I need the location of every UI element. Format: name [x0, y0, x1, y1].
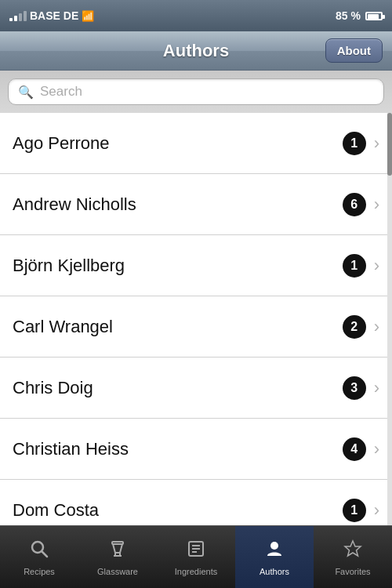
recipes-tab-label: Recipes: [24, 567, 55, 576]
battery-icon: [365, 12, 383, 20]
scrollbar-track[interactable]: [387, 113, 392, 525]
list-item[interactable]: Dom Costa1›: [0, 480, 392, 525]
wifi-icon: 📶: [82, 10, 94, 22]
authors-tab-label: Authors: [260, 567, 289, 576]
list-item[interactable]: Björn Kjellberg1›: [0, 235, 392, 296]
search-container: 🔍: [8, 78, 384, 105]
chevron-right-icon: ›: [374, 500, 379, 521]
favorites-tab-label: Favorites: [335, 567, 370, 576]
ingredients-tab-label: Ingredients: [175, 567, 217, 576]
status-bar: BASE DE 📶 85 %: [0, 0, 392, 31]
svg-rect-2: [112, 542, 123, 544]
chevron-right-icon: ›: [374, 133, 379, 154]
list-item[interactable]: Ago Perrone1›: [0, 113, 392, 174]
chevron-right-icon: ›: [374, 256, 379, 276]
authors-list: Ago Perrone1›Andrew Nicholls6›Björn Kjel…: [0, 113, 392, 525]
authors-tab-icon: [264, 539, 285, 564]
about-button[interactable]: About: [325, 38, 383, 63]
count-badge: 4: [343, 437, 366, 461]
count-badge: 1: [343, 132, 366, 155]
carrier-name: BASE DE: [30, 9, 78, 22]
author-name: Chris Doig: [13, 378, 343, 398]
count-badge: 6: [343, 193, 366, 216]
count-badge: 1: [343, 499, 366, 522]
nav-title: Authors: [163, 41, 229, 61]
author-name: Ago Perrone: [13, 133, 343, 154]
nav-bar: Authors About: [0, 31, 392, 71]
author-name: Andrew Nicholls: [13, 194, 343, 215]
chevron-right-icon: ›: [374, 317, 379, 337]
chevron-right-icon: ›: [374, 194, 379, 215]
tab-ingredients[interactable]: Ingredients: [157, 526, 235, 588]
tab-favorites[interactable]: Favorites: [314, 526, 392, 588]
app: BASE DE 📶 85 % Authors About 🔍 Ago Perro: [0, 0, 392, 588]
count-badge: 2: [343, 315, 366, 339]
svg-point-10: [270, 542, 278, 550]
author-name: Dom Costa: [13, 500, 343, 521]
tab-authors[interactable]: Authors: [235, 526, 314, 588]
favorites-tab-icon: [343, 539, 363, 564]
tab-bar: RecipesGlasswareIngredientsAuthorsFavori…: [0, 525, 392, 588]
recipes-tab-icon: [29, 539, 49, 564]
glassware-tab-label: Glassware: [97, 567, 138, 576]
tab-glassware[interactable]: Glassware: [78, 526, 157, 588]
main-content: 🔍 Ago Perrone1›Andrew Nicholls6›Björn Kj…: [0, 71, 392, 525]
signal-bars: [9, 11, 27, 21]
author-name: Björn Kjellberg: [13, 256, 343, 276]
search-icon: 🔍: [18, 85, 34, 100]
search-input[interactable]: [40, 84, 374, 100]
search-bar: 🔍: [0, 71, 392, 113]
tab-recipes[interactable]: Recipes: [0, 526, 78, 588]
list-item[interactable]: Christian Heiss4›: [0, 419, 392, 480]
author-name: Carl Wrangel: [13, 317, 343, 337]
battery-percent: 85 %: [336, 9, 361, 22]
chevron-right-icon: ›: [374, 378, 379, 398]
list-item[interactable]: Carl Wrangel2›: [0, 296, 392, 358]
svg-marker-11: [345, 541, 361, 556]
author-name: Christian Heiss: [13, 439, 343, 459]
list-item[interactable]: Andrew Nicholls6›: [0, 174, 392, 235]
count-badge: 1: [343, 254, 366, 278]
status-right: 85 %: [336, 9, 383, 22]
chevron-right-icon: ›: [374, 439, 379, 459]
count-badge: 3: [343, 376, 366, 400]
svg-line-1: [42, 551, 48, 557]
status-left: BASE DE 📶: [9, 9, 94, 22]
scrollbar-thumb: [387, 113, 392, 176]
content-area: Ago Perrone1›Andrew Nicholls6›Björn Kjel…: [0, 113, 392, 525]
list-item[interactable]: Chris Doig3›: [0, 358, 392, 419]
glassware-tab-icon: [107, 539, 128, 564]
ingredients-tab-icon: [186, 539, 206, 564]
